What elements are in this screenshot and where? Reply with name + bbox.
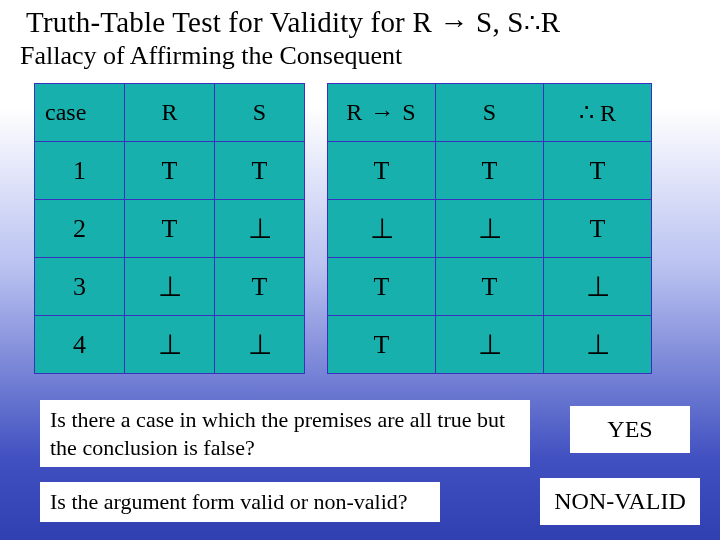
table-row: R → S S ∴ R	[328, 84, 652, 142]
table-row: 3⊥T	[35, 258, 305, 316]
table-row: TT⊥	[328, 258, 652, 316]
table-row: case R S	[35, 84, 305, 142]
question-counterexample: Is there a case in which the premises ar…	[40, 400, 530, 467]
col-header-s2: S	[436, 84, 544, 142]
therefore-icon: ∴	[524, 9, 541, 38]
title-text-2: S, S	[476, 6, 524, 38]
col-header-implies: R → S	[328, 84, 436, 142]
title-text-3: R	[541, 6, 561, 38]
page-subtitle: Fallacy of Affirming the Consequent	[0, 39, 720, 79]
table-row: 2T⊥	[35, 200, 305, 258]
table-row: ⊥⊥T	[328, 200, 652, 258]
title-text-1: Truth-Table Test for Validity for R	[26, 6, 432, 38]
table-row: 1TT	[35, 142, 305, 200]
col-header-s: S	[215, 84, 305, 142]
truth-table-inputs: case R S 1TT 2T⊥ 3⊥T 4⊥⊥	[34, 83, 305, 374]
truth-table-results: R → S S ∴ R TTT ⊥⊥T TT⊥ T⊥⊥	[327, 83, 652, 374]
table-row: TTT	[328, 142, 652, 200]
answer-validity: NON-VALID	[540, 478, 700, 525]
question-validity: Is the argument form valid or non-valid?	[40, 482, 440, 522]
answer-counterexample: YES	[570, 406, 690, 453]
table-row: T⊥⊥	[328, 316, 652, 374]
col-header-r: R	[125, 84, 215, 142]
col-header-case: case	[35, 84, 125, 142]
page-title: Truth-Table Test for Validity for R → S,…	[0, 0, 720, 39]
arrow-icon: →	[439, 6, 468, 38]
col-header-conclusion: ∴ R	[544, 84, 652, 142]
table-row: 4⊥⊥	[35, 316, 305, 374]
truth-tables: case R S 1TT 2T⊥ 3⊥T 4⊥⊥ R → S S ∴ R TTT…	[0, 79, 720, 374]
